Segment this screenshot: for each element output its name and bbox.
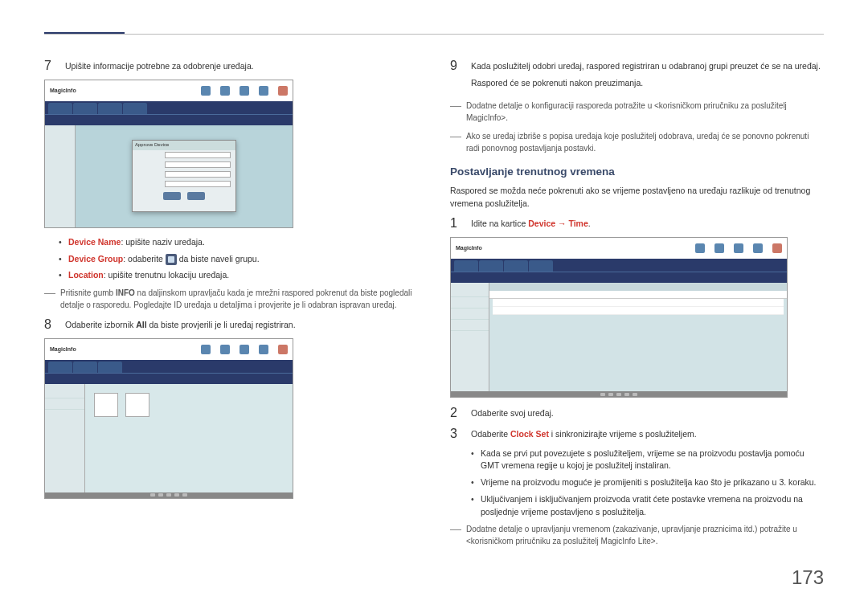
step-t1: 1 Idite na kartice Device → Time. (450, 216, 824, 231)
ss-subbar (451, 272, 787, 283)
ss-tab (454, 260, 478, 272)
ss-logo: MagicInfo (50, 87, 76, 96)
ss-thumbnail (125, 393, 149, 417)
note-9a: ― Dodatne detalje o konfiguraciji raspor… (450, 100, 824, 124)
ss-table-header (489, 291, 787, 299)
step-8: 8 Odaberite izbornik All da biste provje… (44, 317, 418, 332)
ss-tab (479, 260, 503, 272)
group-picker-icon (166, 254, 177, 265)
ss-icon (772, 243, 782, 253)
step-t3: 3 Odaberite Clock Set i sinkronizirajte … (450, 427, 824, 441)
ss-table-row (493, 299, 784, 307)
left-column: 7 Upišite informacije potrebne za odobre… (44, 59, 418, 554)
note-time: ― Dodatne detalje o upravljanju vremenom… (450, 523, 824, 547)
ss-toolbar-icons (201, 345, 288, 354)
right-column: 9 Kada poslužitelj odobri uređaj, raspor… (450, 59, 824, 554)
ss-icon (278, 345, 288, 354)
t3-post: i sinkronizirajte vrijeme s poslužitelje… (549, 429, 697, 439)
note-9a-text: Dodatne detalje o konfiguraciji raspored… (466, 100, 824, 124)
ss-logo: MagicInfo (50, 345, 76, 354)
ss-tab (98, 103, 122, 114)
step8-all: All (136, 320, 146, 329)
ss-tab (48, 103, 72, 114)
t1-post: . (588, 219, 591, 228)
ss-statusbar (451, 391, 787, 397)
ss-tab (529, 260, 553, 272)
ss-icon (220, 345, 230, 354)
note-dash-icon: ― (450, 100, 461, 124)
ss-dialog-row (133, 160, 235, 170)
ss-icon (714, 243, 724, 253)
step-number-t2: 2 (450, 406, 461, 420)
step-t2-text: Odaberite svoj uređaj. (471, 406, 824, 420)
section-intro: Raspored se možda neće pokrenuti ako se … (450, 185, 824, 210)
ss-dialog-row (133, 170, 235, 179)
ss-main (451, 283, 787, 391)
time-bullet-2: Vrijeme na proizvodu moguće je promijeni… (471, 476, 824, 489)
step-9-body: Kada poslužitelj odobri uređaj, raspored… (471, 59, 824, 90)
label-device-group: Device Group (68, 254, 123, 264)
t1-pre: Idite na kartice (471, 219, 528, 228)
ss-subbar (45, 114, 293, 125)
bullet-device-group: Device Group: odaberite da biste naveli … (59, 253, 418, 266)
t3-clockset: Clock Set (510, 429, 549, 439)
ss-logo: MagicInfo (456, 244, 482, 253)
step-7: 7 Upišite informacije potrebne za odobre… (44, 59, 418, 73)
ss-sidebar (45, 125, 76, 227)
ss-tab (73, 362, 97, 373)
ss-main (45, 384, 293, 492)
step-number-9: 9 (450, 59, 461, 90)
time-bullet-1: Kada se prvi put povezujete s poslužitel… (471, 447, 824, 473)
ss-tab (123, 103, 147, 114)
step8-pre: Odaberite izbornik (65, 320, 136, 329)
ss-tabs (45, 360, 293, 373)
ss-sidebar (451, 283, 489, 391)
text-device-name: : upišite naziv uređaja. (121, 237, 204, 247)
step7-bullets: Device Name: upišite naziv uređaja. Devi… (59, 236, 418, 282)
step8-post: da biste provjerili je li uređaj registr… (147, 320, 296, 329)
ss-toolbar (489, 283, 787, 291)
step-t1-body: Idite na kartice Device → Time. (471, 216, 824, 231)
ss-titlebar: MagicInfo (451, 238, 787, 259)
step-9: 9 Kada poslužitelj odobri uređaj, raspor… (450, 59, 824, 90)
text-device-group-2: da biste naveli grupu. (179, 254, 260, 264)
ss-icon (201, 345, 211, 354)
note-dash-icon: ― (44, 287, 55, 311)
ss-dialog-buttons (133, 190, 235, 202)
step-number-7: 7 (44, 59, 55, 73)
ss-data-area (489, 283, 787, 391)
ss-dialog-approve: Approve Device (132, 140, 236, 212)
t1-device: Device (528, 219, 555, 228)
ss-statusbar (45, 492, 293, 498)
ss-icon (240, 345, 249, 354)
ss-tabs (45, 101, 293, 114)
note-dash-icon: ― (450, 523, 461, 547)
ss-tab (98, 362, 122, 373)
t1-arrow: → (555, 219, 568, 228)
t3-pre: Odaberite (471, 429, 510, 439)
ss-table-row (493, 307, 784, 315)
section-heading-time: Postavljanje trenutnog vremena (450, 164, 824, 180)
bullet-device-name: Device Name: upišite naziv uređaja. (59, 236, 418, 249)
two-column-layout: 7 Upišite informacije potrebne za odobre… (44, 59, 824, 554)
ss-titlebar: MagicInfo (45, 80, 293, 101)
ss-dialog-cancel (187, 192, 205, 200)
ss-icon (201, 86, 211, 96)
note-step7-body: Pritisnite gumb INFO na daljinskom uprav… (60, 287, 418, 311)
time-bullets: Kada se prvi put povezujete s poslužitel… (471, 447, 824, 519)
ss-dialog-row (133, 179, 235, 189)
step9-line2: Raspored će se pokrenuti nakon preuziman… (471, 77, 824, 90)
t1-time: Time (568, 219, 588, 228)
step-t2: 2 Odaberite svoj uređaj. (450, 406, 824, 420)
step-7-text: Upišite informacije potrebne za odobrenj… (65, 59, 418, 73)
ss-icon (695, 243, 705, 253)
note-9b-text: Ako se uređaj izbriše s popisa uređaja k… (466, 130, 824, 154)
note-9b: ― Ako se uređaj izbriše s popisa uređaja… (450, 130, 824, 154)
ss-tab (504, 260, 528, 272)
ss-toolbar-icons (201, 86, 288, 96)
note-time-text: Dodatne detalje o upravljanju vremenom (… (466, 523, 824, 547)
step-8-body: Odaberite izbornik All da biste provjeri… (65, 317, 418, 332)
ss-icon (753, 243, 763, 253)
ss-thumbnail (94, 393, 118, 417)
text-location: : upišite trenutnu lokaciju uređaja. (104, 270, 229, 280)
